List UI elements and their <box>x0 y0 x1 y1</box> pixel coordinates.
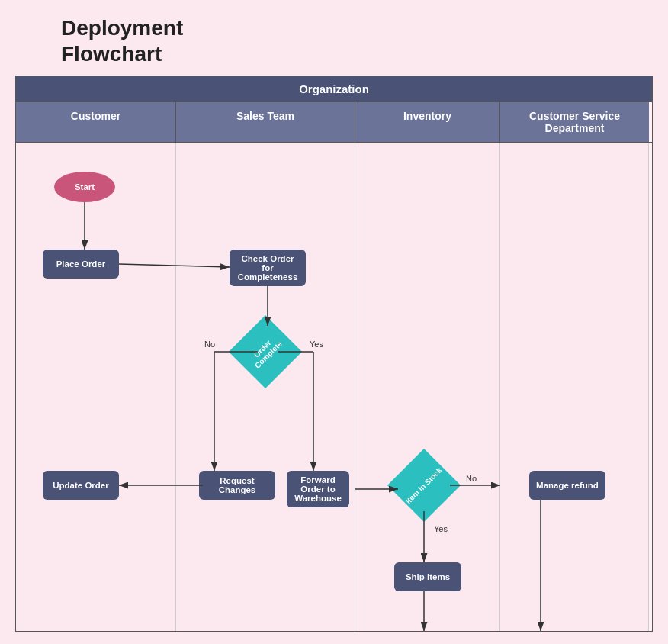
order-complete-diamond: Order Complete <box>229 315 302 388</box>
ship-items-node: Ship Items <box>394 562 461 591</box>
lane-customer: Start Place Order Update Order <box>16 143 176 631</box>
item-in-stock-diamond: Item in Stock <box>387 449 461 522</box>
org-header: Organization <box>16 76 652 102</box>
order-cancelled-node: Order Cancelled <box>529 631 605 632</box>
lane-header-csd: Customer Service Department <box>500 102 649 142</box>
lane-header-inventory: Inventory <box>355 102 500 142</box>
order-complete2-node: Order Complete <box>394 631 461 632</box>
forward-order-node: Forward Order to Warehouse <box>287 471 349 507</box>
place-order-node: Place Order <box>43 250 119 279</box>
start-node: Start <box>54 172 115 202</box>
lane-sales: Check Order for Completeness Order Compl… <box>176 143 355 631</box>
request-changes-node: Request Changes <box>199 471 275 500</box>
page-title: DeploymentFlowchart <box>15 15 653 66</box>
check-order-node: Check Order for Completeness <box>230 250 306 286</box>
lane-inventory: Item in Stock Ship Items Order Complete <box>355 143 500 631</box>
lane-csd: Manage refund Order Cancelled <box>500 143 649 631</box>
update-order-node: Update Order <box>43 471 119 500</box>
label-yes-1: Yes <box>310 340 323 349</box>
lane-header-customer: Customer <box>16 102 176 142</box>
lane-header-sales: Sales Team <box>176 102 355 142</box>
flowchart-container: Organization Customer Sales Team Invento… <box>15 76 653 632</box>
label-no-1: No <box>204 340 215 349</box>
manage-refund-node: Manage refund <box>529 471 605 500</box>
lanes-header: Customer Sales Team Inventory Customer S… <box>16 102 652 143</box>
label-yes-2: Yes <box>434 524 448 533</box>
label-no-2: No <box>466 474 477 483</box>
lanes-body: Start Place Order Update Order Check Ord… <box>16 143 652 631</box>
